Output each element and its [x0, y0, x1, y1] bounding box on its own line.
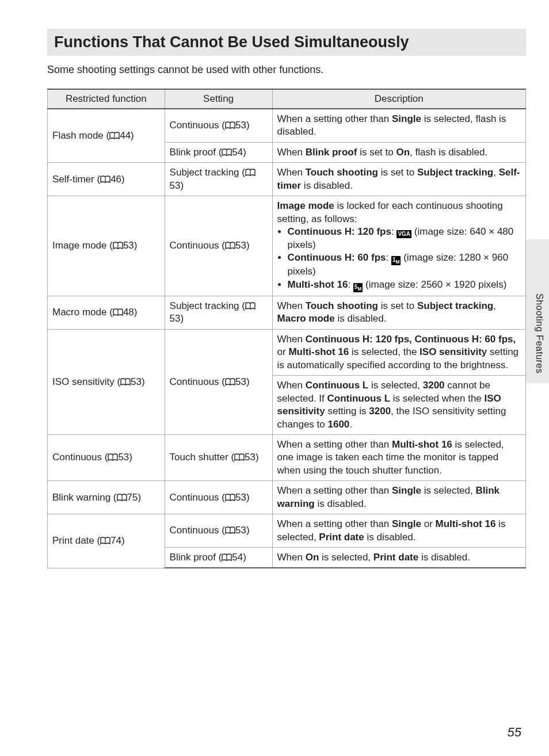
- table-row: Blink warning (75)Continuous (53)When a …: [48, 481, 526, 514]
- cell-setting: Subject tracking (53): [165, 296, 272, 330]
- cell-description: When a setting other than Multi-shot 16 …: [272, 434, 525, 480]
- book-ref-icon: [117, 494, 127, 501]
- book-ref-icon: [100, 175, 110, 183]
- cell-restricted: Print date (74): [48, 514, 165, 568]
- th-description: Description: [272, 89, 525, 109]
- cell-description: Image mode is locked for each continuous…: [272, 196, 525, 296]
- book-ref-icon: [100, 537, 110, 544]
- cell-description: When a setting other than Single is sele…: [272, 481, 525, 514]
- table-row: Print date (74)Continuous (53)When a set…: [48, 514, 526, 548]
- table-row: ISO sensitivity (53)Continuous (53)When …: [48, 329, 526, 375]
- book-ref-icon: [113, 308, 123, 316]
- cell-description: When On is selected, Print date is disab…: [272, 548, 525, 568]
- cell-restricted: Image mode (53): [48, 196, 165, 296]
- cell-restricted: Blink warning (75): [48, 481, 165, 514]
- th-setting: Setting: [165, 89, 272, 109]
- page-title: Functions That Cannot Be Used Simultaneo…: [47, 29, 526, 56]
- book-ref-icon: [245, 169, 256, 176]
- cell-setting: Subject tracking (53): [165, 163, 272, 196]
- cell-restricted: Macro mode (48): [48, 296, 165, 330]
- book-ref-icon: [245, 302, 256, 310]
- table-row: Continuous (53)Touch shutter (53)When a …: [48, 434, 526, 480]
- cell-description: When Touch shooting is set to Subject tr…: [272, 163, 525, 196]
- cell-setting: Continuous (53): [165, 329, 272, 434]
- one-m-icon: 1M: [391, 256, 401, 265]
- th-restricted: Restricted function: [48, 89, 165, 109]
- page-number: 55: [508, 725, 521, 740]
- cell-description: When Continuous L is selected, 3200 cann…: [272, 376, 525, 435]
- cell-description: When a setting other than Single is sele…: [272, 109, 525, 142]
- cell-restricted: Flash mode (44): [48, 109, 165, 163]
- book-ref-icon: [113, 242, 123, 249]
- table-row: Image mode (53)Continuous (53)Image mode…: [48, 196, 526, 296]
- book-ref-icon: [108, 453, 118, 461]
- book-ref-icon: [225, 242, 235, 249]
- cell-setting: Blink proof (54): [165, 548, 272, 568]
- book-ref-icon: [120, 378, 131, 385]
- book-ref-icon: [225, 494, 235, 501]
- book-ref-icon: [234, 453, 245, 461]
- restrictions-table: Restricted function Setting Description …: [47, 89, 526, 568]
- cell-restricted: Continuous (53): [48, 434, 165, 480]
- table-row: Self-timer (46)Subject tracking (53)When…: [48, 163, 526, 196]
- cell-setting: Continuous (53): [165, 481, 272, 514]
- cell-setting: Continuous (53): [165, 109, 272, 142]
- cell-setting: Touch shutter (53): [165, 434, 272, 480]
- intro-text: Some shooting settings cannot be used wi…: [47, 64, 526, 76]
- vga-icon: VGA: [396, 230, 411, 238]
- cell-description: When Blink proof is set to On, flash is …: [272, 142, 525, 162]
- five-m-icon: 5M: [353, 283, 363, 292]
- cell-description: When Continuous H: 120 fps, Continuous H…: [272, 329, 525, 375]
- book-ref-icon: [109, 132, 120, 139]
- cell-setting: Continuous (53): [165, 196, 272, 296]
- cell-restricted: ISO sensitivity (53): [48, 329, 165, 434]
- cell-restricted: Self-timer (46): [48, 163, 165, 196]
- cell-description: When a setting other than Single or Mult…: [272, 514, 525, 548]
- side-tab-label: Shooting Features: [534, 293, 544, 373]
- cell-setting: Continuous (53): [165, 514, 272, 548]
- cell-setting: Blink proof (54): [165, 142, 272, 162]
- book-ref-icon: [225, 526, 235, 534]
- cell-description: When Touch shooting is set to Subject tr…: [272, 296, 525, 330]
- table-row: Flash mode (44)Continuous (53)When a set…: [48, 109, 526, 142]
- book-ref-icon: [225, 378, 235, 385]
- book-ref-icon: [222, 553, 232, 561]
- book-ref-icon: [225, 121, 235, 129]
- book-ref-icon: [222, 148, 232, 156]
- table-row: Macro mode (48)Subject tracking (53)When…: [48, 296, 526, 330]
